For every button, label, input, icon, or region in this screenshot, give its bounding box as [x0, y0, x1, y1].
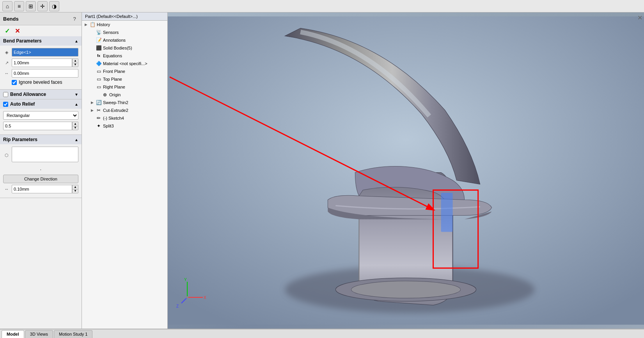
rip-gap-input[interactable] — [12, 185, 72, 193]
material-icon: 🔷 — [96, 60, 102, 67]
ok-button[interactable]: ✓ — [3, 27, 11, 35]
equations-label: Equations — [103, 53, 122, 58]
rip-parameters-label: Rip Parameters — [3, 137, 37, 142]
annotations-label: Annotations — [103, 38, 126, 42]
history-label: History — [97, 22, 110, 27]
tree-item-split3[interactable]: ✦ Split3 — [82, 122, 167, 130]
top-plane-expand-spacer — [90, 77, 94, 81]
tab-model[interactable]: Model — [2, 330, 24, 338]
toolbar-btn-home[interactable]: ⌂ — [2, 1, 12, 11]
bend-parameters-label: Bend Parameters — [3, 38, 42, 44]
sweep-icon: 🔄 — [96, 99, 102, 106]
bend-allowance-section: Bend Allowance ▼ — [0, 90, 82, 99]
solid-bodies-expand-spacer — [90, 46, 94, 50]
cut-extrude-label: Cut-Extrude2 — [103, 108, 128, 113]
toolbar-btn-color[interactable]: ◑ — [49, 1, 59, 11]
annotations-expand-spacer — [90, 38, 94, 42]
bend-allowance-header[interactable]: Bend Allowance ▼ — [0, 90, 82, 99]
origin-icon: ⊕ — [102, 92, 108, 98]
rip-gap-spin-down[interactable]: ▼ — [72, 189, 78, 194]
rip-parameters-header[interactable]: Rip Parameters ▲ — [0, 135, 82, 144]
top-plane-icon: ▭ — [96, 76, 102, 82]
tree-item-solid-bodies[interactable]: ⬛ Solid Bodies(5) — [82, 44, 167, 52]
help-icon[interactable]: ? — [71, 15, 78, 23]
tree-item-equations[interactable]: fx Equations — [82, 52, 167, 60]
viewport[interactable]: ✕ — [168, 12, 644, 329]
tab-motion-study[interactable]: Motion Study 1 — [54, 330, 92, 338]
history-icon: 📋 — [89, 21, 96, 28]
cut-extrude-expand-icon: ▶ — [90, 108, 94, 113]
radius-spin-down[interactable]: ▼ — [72, 63, 78, 67]
sensors-expand-spacer — [90, 30, 94, 35]
toolbar-btn-grid[interactable]: ⊞ — [26, 1, 36, 11]
equations-icon: fx — [96, 53, 102, 59]
bend-allowance-collapse-icon: ▼ — [75, 92, 78, 97]
rip-icon: ⬡ — [3, 152, 10, 159]
front-plane-icon: ▭ — [96, 68, 102, 74]
auto-relief-header[interactable]: Auto Relief ▲ — [0, 99, 82, 109]
bottom-area: Model 3D Views Motion Study 1 — [0, 329, 644, 338]
auto-relief-content: Rectangular Tear Obround ▲ ▼ — [0, 109, 82, 134]
radius-spin-btns: ▲ ▼ — [72, 58, 78, 67]
relief-type-select[interactable]: Rectangular Tear Obround — [3, 111, 78, 120]
radius-field-row: ↗ ▲ ▼ — [3, 58, 78, 67]
front-plane-expand-spacer — [90, 69, 94, 74]
equations-expand-spacer — [90, 53, 94, 58]
tree-item-material[interactable]: 🔷 Material <not specifi...> — [82, 60, 167, 67]
rip-gap-spin-up[interactable]: ▲ — [72, 185, 78, 189]
tree-item-annotations[interactable]: 📝 Annotations — [82, 36, 167, 44]
tree-item-sensors[interactable]: 📡 Sensors — [82, 28, 167, 36]
bend-parameters-header[interactable]: Bend Parameters ▲ — [0, 36, 82, 46]
sweep-expand-icon: ▶ — [90, 100, 94, 105]
toolbar-btn-plus[interactable]: ✛ — [37, 1, 48, 11]
ratio-input[interactable] — [3, 122, 72, 130]
tab-3d-views[interactable]: 3D Views — [25, 330, 53, 338]
change-direction-button[interactable]: Change Direction — [3, 175, 78, 183]
radius-input[interactable] — [12, 58, 72, 67]
ratio-spin-down[interactable]: ▼ — [72, 126, 78, 131]
radius-spin-up[interactable]: ▲ — [72, 58, 78, 63]
ratio-spin-up[interactable]: ▲ — [72, 122, 78, 126]
rip-icon-row: ⬡ — [3, 147, 78, 164]
left-panel: Bends ? ✓ ✕ Bend Parameters ▲ ◈ ↗ — [0, 12, 82, 329]
ignore-beveled-row: Ignore beveled faces — [3, 80, 78, 85]
svg-text:Y: Y — [184, 278, 187, 282]
viewport-close-button[interactable]: ✕ — [637, 14, 642, 21]
toolbar-btn-list[interactable]: ≡ — [14, 1, 24, 11]
svg-text:X: X — [204, 296, 206, 300]
ignore-beveled-checkbox[interactable] — [12, 80, 17, 85]
tree-item-right-plane[interactable]: ▭ Right Plane — [82, 83, 167, 91]
panel-title: Bends — [3, 16, 19, 22]
radius-icon: ↗ — [3, 59, 10, 66]
tree-item-history[interactable]: ▶ 📋 History — [82, 21, 167, 28]
rip-gap-spin-btns: ▲ ▼ — [72, 185, 78, 193]
tree-title: Part1 (Default<<Default>...) — [82, 12, 167, 21]
edge-input[interactable] — [12, 48, 78, 57]
ignore-beveled-label: Ignore beveled faces — [19, 80, 62, 85]
rip-parameters-content: ⬡ · Change Direction ↔ ▲ ▼ — [0, 144, 82, 198]
bend-allowance-checkbox[interactable] — [3, 92, 8, 97]
tree-item-top-plane[interactable]: ▭ Top Plane — [82, 75, 167, 83]
svg-rect-4 — [441, 193, 453, 232]
cancel-button[interactable]: ✕ — [13, 27, 21, 35]
tree-item-sweep[interactable]: ▶ 🔄 Sweep-Thin2 — [82, 99, 167, 106]
material-expand-spacer — [90, 61, 94, 66]
tree-item-front-plane[interactable]: ▭ Front Plane — [82, 67, 167, 75]
cut-extrude-icon: ✂ — [96, 107, 102, 113]
right-plane-label: Right Plane — [103, 85, 125, 89]
origin-label: Origin — [109, 92, 121, 97]
auto-relief-checkbox[interactable] — [3, 102, 8, 107]
tree-item-cut-extrude[interactable]: ▶ ✂ Cut-Extrude2 — [82, 106, 167, 114]
radius-spin: ▲ ▼ — [12, 58, 78, 67]
offset-input[interactable] — [12, 69, 78, 78]
offset-icon: ↔ — [3, 70, 10, 77]
auto-relief-label: Auto Relief — [10, 101, 35, 107]
rip-input-area[interactable] — [12, 147, 78, 162]
tree-item-sketch4[interactable]: ✏ (-) Sketch4 — [82, 114, 167, 122]
tree-panel: Part1 (Default<<Default>...) ▶ 📋 History… — [82, 12, 168, 329]
bottom-tabs: Model 3D Views Motion Study 1 — [0, 329, 644, 338]
tree-item-origin[interactable]: ⊕ Origin — [82, 91, 167, 99]
auto-relief-collapse-icon: ▲ — [75, 102, 78, 106]
main-layout: Bends ? ✓ ✕ Bend Parameters ▲ ◈ ↗ — [0, 12, 644, 329]
panel-header: Bends ? — [0, 12, 82, 25]
